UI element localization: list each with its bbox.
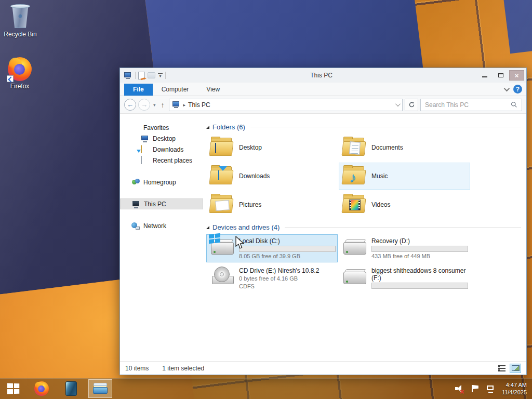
search-icon[interactable]	[511, 101, 517, 108]
drive-label: CD Drive (E:) Niresh's 10.8.2	[239, 267, 319, 274]
hard-drive-icon	[210, 237, 235, 257]
refresh-button[interactable]	[405, 99, 418, 111]
customize-toolbar-dropdown-icon[interactable]: ▾	[158, 73, 163, 77]
this-pc-icon	[172, 101, 181, 108]
this-pc-icon	[124, 72, 132, 79]
desktop-icon-firefox[interactable]: Firefox	[0, 57, 39, 90]
minimize-ribbon-icon[interactable]	[504, 85, 510, 91]
folder-item-videos[interactable]: Videos	[339, 191, 470, 218]
navigation-pane: Favorites Desktop Downloads Recent place…	[120, 114, 203, 361]
close-button[interactable]: ×	[509, 70, 524, 81]
search-input[interactable]: Search This PC	[420, 99, 522, 111]
drive-label: Recovery (D:)	[371, 237, 467, 245]
items-view: Folders (6) Desktop Downloads	[203, 114, 526, 361]
collapse-triangle-icon[interactable]	[206, 226, 209, 229]
explorer-window: ▾ This PC × File Computer View ? ← → ▾ ↑…	[119, 68, 527, 375]
tab-computer[interactable]: Computer	[153, 84, 198, 96]
sidebar-item-network[interactable]: Network	[120, 220, 203, 231]
details-view-button[interactable]	[496, 364, 508, 373]
back-button[interactable]: ←	[124, 99, 136, 111]
collapse-triangle-icon[interactable]	[206, 126, 209, 129]
action-center-flag-icon[interactable]	[471, 384, 480, 393]
drive-item-cd-e[interactable]: CD Drive (E:) Niresh's 10.8.2 0 bytes fr…	[206, 264, 338, 292]
sidebar-item-downloads[interactable]: Downloads	[120, 144, 203, 155]
tab-file[interactable]: File	[124, 84, 153, 96]
folder-label: Music	[371, 172, 388, 180]
recycle-bin-icon	[9, 4, 31, 29]
sidebar-item-desktop[interactable]: Desktop	[120, 133, 203, 144]
taskbar-file-explorer-button[interactable]	[88, 379, 112, 398]
taskbar-app-button[interactable]	[56, 378, 86, 399]
maximize-button[interactable]	[493, 70, 508, 81]
breadcrumb-arrow-icon[interactable]: ▸	[183, 102, 186, 108]
drive-item-local-disk-c[interactable]: Local Disk (C:) 8.05 GB free of 39.9 GB	[206, 234, 338, 262]
pictures-folder-icon	[210, 195, 234, 215]
title-bar[interactable]: ▾ This PC ×	[120, 68, 526, 83]
forward-button[interactable]: →	[138, 99, 150, 111]
drive-filesystem: CDFS	[239, 283, 319, 290]
start-button[interactable]	[0, 378, 27, 399]
sidebar-item-label: Homegroup	[143, 179, 176, 186]
recent-locations-dropdown-icon[interactable]: ▾	[152, 102, 157, 108]
sidebar-item-homegroup[interactable]: Homegroup	[120, 177, 203, 188]
group-title: Devices and drives (4)	[212, 223, 280, 231]
volume-muted-icon[interactable]	[455, 384, 464, 393]
folder-item-documents[interactable]: Documents	[339, 134, 470, 161]
address-dropdown-icon[interactable]	[395, 101, 401, 107]
folder-item-music[interactable]: ♪ Music	[339, 163, 470, 190]
drive-free-space: 433 MB free of 449 MB	[371, 253, 467, 260]
drive-free-space: 0 bytes free of 4.16 GB	[239, 275, 319, 282]
network-icon[interactable]	[486, 384, 496, 393]
app-window-icon	[65, 381, 77, 396]
network-icon	[131, 222, 140, 230]
help-icon[interactable]: ?	[513, 85, 522, 94]
taskbar-clock[interactable]: 4:47 AM 11/4/2025	[502, 381, 527, 396]
folder-item-downloads[interactable]: Downloads	[206, 163, 338, 190]
items-count: 10 items	[125, 365, 149, 372]
details-view-icon	[498, 365, 506, 371]
address-bar[interactable]: ▸ This PC	[169, 99, 403, 111]
folder-item-desktop[interactable]: Desktop	[206, 134, 338, 161]
folder-item-pictures[interactable]: Pictures	[206, 191, 338, 218]
sidebar-item-label: Desktop	[153, 135, 176, 142]
thumbnails-view-icon	[512, 365, 520, 371]
drive-label: Local Disk (C:)	[239, 237, 334, 245]
sidebar-item-recent-places[interactable]: Recent places	[120, 155, 203, 166]
disk-usage-bar	[371, 283, 468, 289]
breadcrumb[interactable]: This PC	[188, 101, 210, 109]
downloads-folder-icon	[210, 166, 234, 186]
properties-icon[interactable]	[138, 72, 145, 79]
thumbnails-view-button[interactable]	[510, 364, 521, 373]
folder-label: Pictures	[239, 201, 261, 208]
folder-label: Downloads	[239, 172, 270, 180]
drive-item-recovery-d[interactable]: Recovery (D:) 433 MB free of 449 MB	[339, 234, 470, 262]
group-divider	[250, 127, 521, 127]
homegroup-icon	[131, 178, 140, 187]
desktop-folder-icon	[210, 138, 234, 157]
desktop-icon-recycle-bin[interactable]: Recycle Bin	[1, 4, 40, 38]
sidebar-item-label: This PC	[144, 201, 166, 208]
group-header-folders[interactable]: Folders (6)	[206, 123, 521, 131]
tab-view[interactable]: View	[197, 84, 229, 96]
folder-label: Desktop	[239, 144, 262, 151]
up-button[interactable]: ↑	[159, 101, 167, 109]
drive-item-f[interactable]: biggest shitheaddows 8 consumer (F:)	[339, 264, 470, 291]
desktop-icon-label: Firefox	[0, 83, 39, 90]
new-folder-icon[interactable]	[148, 72, 155, 78]
group-header-drives[interactable]: Devices and drives (4)	[206, 223, 521, 231]
recent-places-icon	[141, 156, 149, 165]
windows-start-icon	[7, 383, 19, 394]
hard-drive-icon	[342, 267, 367, 286]
refresh-icon	[408, 101, 415, 108]
disk-usage-bar	[371, 246, 468, 252]
sidebar-item-this-pc[interactable]: This PC	[120, 198, 203, 209]
taskbar-firefox-button[interactable]	[27, 378, 56, 399]
shortcut-arrow-icon	[7, 75, 14, 82]
monitor-icon	[141, 135, 149, 143]
search-placeholder: Search This PC	[425, 101, 511, 109]
group-divider	[285, 227, 521, 228]
minimize-button[interactable]	[477, 70, 492, 81]
sidebar-item-label: Recent places	[153, 157, 192, 164]
sidebar-item-favorites[interactable]: Favorites	[120, 122, 203, 133]
toolbar-separator	[135, 72, 136, 79]
